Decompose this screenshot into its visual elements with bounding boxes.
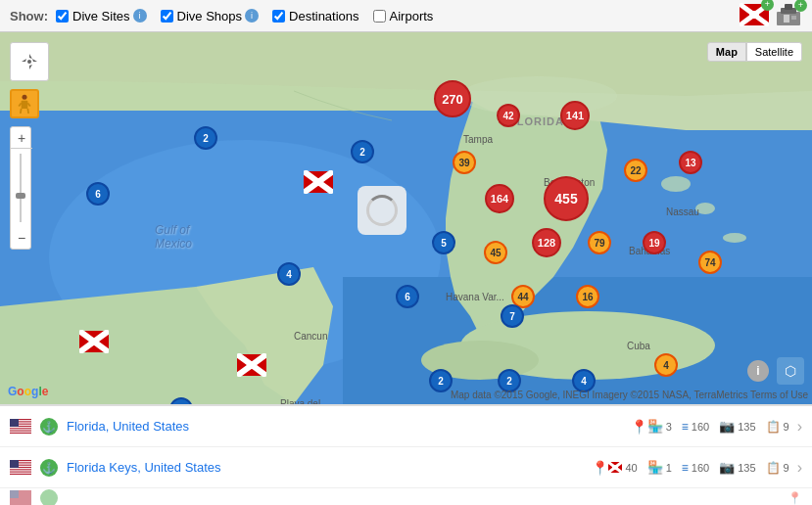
cluster-marker-8[interactable]: 455: [544, 176, 589, 221]
svg-text:⚓: ⚓: [42, 461, 56, 475]
svg-rect-54: [10, 429, 31, 430]
dive-sites-checkbox[interactable]: [56, 10, 69, 23]
svg-point-24: [723, 233, 746, 243]
cluster-marker-18[interactable]: 6: [396, 285, 419, 308]
navigation-arrows-icon: [20, 52, 39, 71]
cluster-marker-21[interactable]: 7: [501, 304, 524, 328]
svg-point-23: [695, 203, 715, 214]
result-row-florida-keys[interactable]: ⚓ Florida Keys, United States 📍 40 🏪 1 ≡: [0, 447, 812, 488]
cluster-marker-17[interactable]: 4: [277, 262, 301, 286]
map-info-button[interactable]: i: [747, 360, 769, 382]
dive-shops-info-icon[interactable]: i: [245, 9, 259, 23]
filter-airports[interactable]: Airports: [373, 9, 434, 23]
cluster-marker-16[interactable]: 19: [643, 231, 666, 254]
svg-point-31: [23, 95, 27, 100]
dive-flag-marker-2[interactable]: [79, 330, 109, 357]
map-info-bar: i ⬡: [747, 357, 804, 385]
result-name-florida[interactable]: Florida, United States: [67, 419, 625, 434]
filter-dive-sites[interactable]: Dive Sites i: [56, 9, 147, 23]
shop-count-florida: 3: [666, 421, 672, 433]
map-expand-button[interactable]: ⬡: [777, 357, 804, 385]
svg-rect-48: [247, 361, 257, 369]
cluster-marker-20[interactable]: 16: [576, 285, 599, 308]
zoom-in-button[interactable]: +: [11, 127, 32, 149]
us-flag-icon-3: [10, 490, 31, 505]
dive-sites-info-icon[interactable]: i: [133, 9, 147, 23]
cluster-marker-2[interactable]: 2: [351, 140, 374, 163]
pin-icon-florida-keys: 📍: [592, 460, 608, 476]
cluster-marker-9[interactable]: 164: [485, 184, 514, 213]
dive-flag-count-keys: 40: [625, 462, 637, 474]
cluster-marker-0[interactable]: 270: [434, 80, 471, 117]
docs-stat-florida: 📋 9: [766, 420, 789, 434]
cluster-marker-10[interactable]: 6: [86, 182, 110, 206]
map-view-button[interactable]: Map: [707, 42, 746, 62]
map-container[interactable]: FLORIDA Tampa Boca Raton MiamiMia... Nas…: [0, 32, 812, 404]
cluster-marker-13[interactable]: 128: [532, 228, 561, 257]
svg-rect-55: [10, 432, 31, 433]
docs-count-florida: 9: [784, 421, 789, 433]
svg-rect-7: [784, 15, 789, 23]
cluster-marker-22[interactable]: 2: [429, 369, 453, 392]
svg-rect-3: [749, 11, 759, 19]
show-label: Show:: [10, 9, 48, 23]
svg-rect-44: [89, 338, 99, 345]
destinations-label: Destinations: [289, 9, 359, 23]
svg-rect-64: [10, 470, 31, 471]
street-view-person[interactable]: [10, 89, 39, 118]
airports-checkbox[interactable]: [373, 10, 386, 23]
svg-rect-74: [10, 490, 19, 498]
docs-count-keys: 9: [784, 462, 789, 474]
pin-icon-florida: 📍: [631, 419, 647, 435]
google-logo: Google: [8, 385, 48, 398]
destination-icon-1: ⚓: [39, 417, 59, 436]
dive-flag-marker-3[interactable]: [237, 353, 266, 381]
chevron-right-florida[interactable]: ›: [797, 418, 802, 436]
svg-rect-66: [10, 460, 19, 468]
cluster-marker-5[interactable]: 141: [560, 101, 590, 130]
cluster-marker-24[interactable]: 4: [654, 353, 678, 377]
destinations-checkbox[interactable]: [272, 10, 285, 23]
svg-rect-6: [785, 4, 792, 10]
filter-dive-shops[interactable]: Dive Shops i: [161, 9, 259, 23]
svg-rect-65: [10, 473, 31, 474]
filter-destinations[interactable]: Destinations: [272, 9, 359, 23]
cluster-marker-4[interactable]: 42: [497, 104, 520, 127]
result-row-florida[interactable]: ⚓ Florida, United States 📍 🏪 3 ≡ 160 📷 1…: [0, 406, 812, 447]
us-flag-icon-1: [10, 419, 31, 434]
satellite-view-button[interactable]: Satellite: [746, 42, 802, 62]
shop-stat-icon-1: 🏪: [647, 419, 663, 434]
cluster-marker-11[interactable]: 5: [432, 231, 455, 254]
result-stats-florida: 🏪 3 ≡ 160 📷 135 📋 9: [647, 419, 789, 434]
pin-partial: 📍: [788, 491, 802, 505]
cluster-marker-7[interactable]: 13: [679, 151, 702, 174]
zoom-slider[interactable]: [20, 154, 22, 222]
svg-marker-28: [22, 59, 28, 62]
doc-icon-1: 📋: [766, 420, 781, 434]
cluster-marker-15[interactable]: 74: [698, 251, 722, 274]
svg-marker-26: [29, 54, 32, 61]
result-stats-florida-keys: 40 🏪 1 ≡ 160 📷 135 📋 9: [608, 460, 788, 475]
cluster-marker-14[interactable]: 79: [588, 231, 611, 254]
camera-icon-2: 📷: [719, 460, 735, 475]
svg-line-33: [21, 109, 22, 114]
cluster-marker-12[interactable]: 45: [484, 241, 507, 264]
cluster-marker-3[interactable]: 39: [453, 151, 476, 174]
svg-rect-8: [791, 16, 796, 20]
dive-flag-badge[interactable]: +: [740, 3, 769, 29]
zoom-out-button[interactable]: −: [11, 227, 32, 249]
dive-flag-marker-1[interactable]: [304, 170, 333, 198]
photos-stat-florida: 📷 135: [719, 419, 755, 434]
cluster-marker-1[interactable]: 2: [194, 126, 217, 150]
shop-icon-badge[interactable]: +: [775, 4, 802, 28]
cluster-marker-6[interactable]: 22: [624, 159, 647, 182]
sites-stat-florida: ≡ 160: [682, 420, 709, 434]
sites-count-florida: 160: [692, 421, 709, 433]
result-name-florida-keys[interactable]: Florida Keys, United States: [67, 460, 586, 475]
svg-line-35: [19, 103, 22, 106]
chevron-right-florida-keys[interactable]: ›: [797, 459, 802, 477]
map-navigation-control[interactable]: [10, 42, 49, 81]
camera-icon-1: 📷: [719, 419, 735, 434]
zoom-control: + −: [10, 126, 31, 250]
dive-shops-checkbox[interactable]: [161, 10, 173, 23]
